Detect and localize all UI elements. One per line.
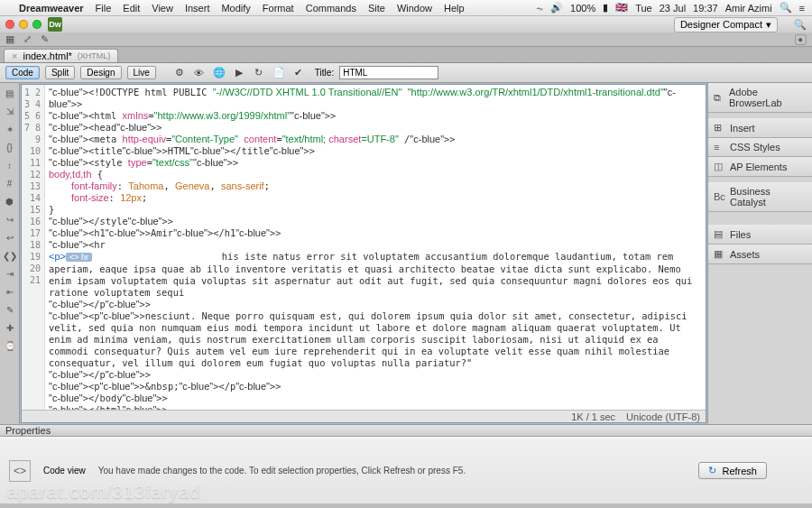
battery-indicator[interactable]: 100% xyxy=(570,3,595,14)
open-doc-icon[interactable]: ▤ xyxy=(4,87,16,99)
panel-label: Files xyxy=(730,229,751,240)
recent-icon[interactable]: ⌚ xyxy=(4,339,16,352)
file-size-status: 1K / 1 sec xyxy=(571,411,615,422)
menu-commands[interactable]: Commands xyxy=(306,3,356,14)
code-content[interactable]: "c-blue"><!DOCTYPE html PUBLIC "-//W3C//… xyxy=(45,85,706,410)
panel-label: CSS Styles xyxy=(730,142,780,152)
clock-day: Tue xyxy=(635,3,652,14)
syntax-icon[interactable]: ❮❯ xyxy=(4,249,16,262)
mac-menu-bar: Dreamweaver File Edit View Insert Modify… xyxy=(0,0,812,16)
file-mgmt-icon[interactable]: 📄 xyxy=(272,66,286,80)
menu-format[interactable]: Format xyxy=(263,3,294,14)
workspace-switcher[interactable]: Designer Compact ▾ xyxy=(674,17,778,32)
validate-icon[interactable]: ✔ xyxy=(291,66,306,80)
parent-tag-icon[interactable]: {} xyxy=(4,141,16,153)
app-toolbar-icons: ▦ ⤢ ✎ ● xyxy=(0,32,812,47)
panel-insert[interactable]: ⊞Insert xyxy=(708,118,812,137)
panel-label: Insert xyxy=(730,123,755,134)
inspect-icon[interactable]: 👁 xyxy=(192,66,207,80)
live-view-button[interactable]: Live xyxy=(127,66,156,79)
line-num-icon[interactable]: # xyxy=(4,177,16,189)
window-minimize-button[interactable] xyxy=(19,20,28,29)
user-name[interactable]: Amir Azimi xyxy=(725,3,772,14)
outdent-icon[interactable]: ⇤ xyxy=(4,285,16,298)
volume-icon[interactable]: 🔊 xyxy=(550,2,563,14)
refresh-icon[interactable]: ↻ xyxy=(252,66,266,80)
refresh-label: Refresh xyxy=(722,466,757,476)
expand-icon[interactable]: ⤢ xyxy=(23,33,32,45)
app-menu[interactable]: Dreamweaver xyxy=(19,3,84,14)
app-window: Dw Designer Compact ▾ 🔍 ▦ ⤢ ✎ ● × index.… xyxy=(0,16,812,508)
document-toolbar: Code Split Design Live ⚙ 👁 🌐 ▶ ↻ 📄 ✔ Tit… xyxy=(0,63,812,83)
workspace-label: Designer Compact xyxy=(680,19,762,30)
code-view-icon: <> xyxy=(9,460,31,482)
code-view-button[interactable]: Code xyxy=(5,66,40,79)
chevron-down-icon: ▾ xyxy=(766,19,771,31)
panel-label: Business Catalyst xyxy=(730,186,807,208)
comment-icon[interactable]: ✎ xyxy=(4,303,16,316)
battery-icon: ▮ xyxy=(603,2,608,14)
panel-business-catalyst[interactable]: BcBusiness Catalyst xyxy=(708,182,812,211)
right-panels: ⧉Adobe BrowserLab⊞Insert≡CSS Styles◫AP E… xyxy=(707,83,812,424)
document-tabs: × index.html* (XHTML) xyxy=(0,47,812,63)
properties-title: Properties xyxy=(5,425,51,436)
code-nav-icon[interactable]: ↪ xyxy=(4,213,16,226)
panel-icon: ⊞ xyxy=(714,122,724,134)
spotlight-icon[interactable]: 🔍 xyxy=(780,2,792,14)
document-tab[interactable]: × index.html* (XHTML) xyxy=(4,49,118,62)
design-view-button[interactable]: Design xyxy=(80,66,121,79)
menu-modify[interactable]: Modify xyxy=(221,3,250,14)
panel-icon: ≡ xyxy=(714,142,724,152)
title-input[interactable] xyxy=(339,66,438,79)
panel-assets[interactable]: ▦Assets xyxy=(708,245,812,263)
refresh-spinner-icon: ↻ xyxy=(708,465,716,476)
tab-filename: index.html* xyxy=(23,51,71,61)
panel-icon: Bc xyxy=(714,191,724,202)
menu-help[interactable]: Help xyxy=(444,3,465,14)
panel-label: AP Elements xyxy=(730,162,787,172)
panel-label: Adobe BrowserLab xyxy=(729,87,807,108)
split-view-button[interactable]: Split xyxy=(45,66,75,79)
panel-label: Assets xyxy=(730,249,760,260)
window-close-button[interactable] xyxy=(5,20,14,29)
cslive-icon[interactable]: ● xyxy=(795,34,807,45)
tab-doctype: (XHTML) xyxy=(78,51,111,60)
flag-icon[interactable]: 🇬🇧 xyxy=(615,2,628,14)
panel-icon: ▤ xyxy=(714,228,724,240)
properties-header[interactable]: Properties xyxy=(0,424,812,437)
panel-adobe-browserlab[interactable]: ⧉Adobe BrowserLab xyxy=(708,83,812,112)
menu-file[interactable]: File xyxy=(96,3,112,14)
menu-edit[interactable]: Edit xyxy=(123,3,140,14)
menu-window[interactable]: Window xyxy=(397,3,432,14)
panel-css-styles[interactable]: ≡CSS Styles xyxy=(708,138,812,156)
search-icon[interactable]: 🔍 xyxy=(794,19,807,31)
window-zoom-button[interactable] xyxy=(32,20,42,29)
balanced-icon[interactable]: ↕ xyxy=(4,159,16,171)
refresh-button[interactable]: ↻ Refresh xyxy=(698,462,767,479)
highlight-icon[interactable]: ⬢ xyxy=(4,195,16,208)
live-code-icon[interactable]: ⚙ xyxy=(172,66,187,80)
panel-icon: ◫ xyxy=(714,161,724,172)
layout-icon[interactable]: ▦ xyxy=(5,33,14,45)
window-titlebar: Dw Designer Compact ▾ 🔍 xyxy=(0,16,812,32)
server-icon[interactable]: 🌐 xyxy=(212,66,226,80)
clock-date: 23 Jul xyxy=(660,3,686,14)
close-tab-icon[interactable]: × xyxy=(12,51,17,61)
panel-ap-elements[interactable]: ◫AP Elements xyxy=(708,157,812,176)
wrap-icon[interactable]: ↩ xyxy=(4,231,16,244)
panel-files[interactable]: ▤Files xyxy=(708,225,812,244)
expand-all-icon[interactable]: ✶ xyxy=(4,123,16,135)
wifi-icon[interactable]: ⏦ xyxy=(537,3,543,14)
menu-insert[interactable]: Insert xyxy=(185,3,210,14)
preview-icon[interactable]: ▶ xyxy=(232,66,246,80)
menu-view[interactable]: View xyxy=(152,3,173,14)
snippet-icon[interactable]: ✚ xyxy=(4,321,16,334)
title-label: Title: xyxy=(315,68,334,78)
code-editor[interactable]: 1 2 3 4 5 6 7 8 9 10 11 12 13 14 15 16 1… xyxy=(21,84,706,423)
menu-extras-icon[interactable]: ≡ xyxy=(799,3,805,14)
brush-icon[interactable]: ✎ xyxy=(41,33,49,45)
panel-icon: ▦ xyxy=(714,248,724,260)
collapse-icon[interactable]: ⇲ xyxy=(4,105,16,117)
menu-site[interactable]: Site xyxy=(368,3,385,14)
indent-icon[interactable]: ⇥ xyxy=(4,267,16,280)
